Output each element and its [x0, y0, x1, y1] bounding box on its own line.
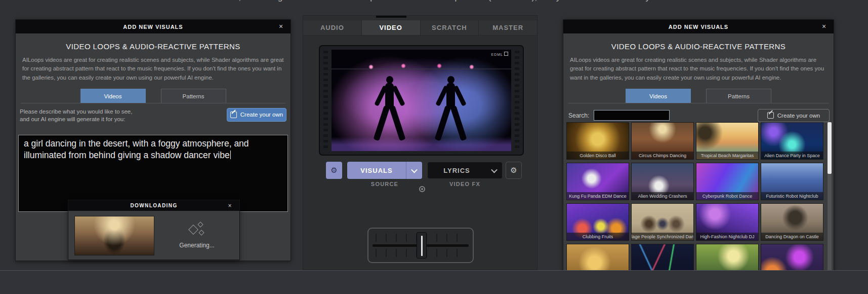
- dialog-title: ADD NEW VISUALS: [669, 24, 728, 30]
- generated-video-thumbnail: [74, 216, 154, 255]
- search-row: Search: Create your own: [568, 109, 830, 123]
- close-icon[interactable]: ×: [276, 22, 285, 31]
- tab-patterns[interactable]: Patterns: [161, 89, 226, 103]
- video-thumbnail[interactable]: [566, 244, 629, 271]
- video-thumbnail[interactable]: [761, 244, 823, 271]
- tab-divider: [568, 103, 829, 103]
- create-your-own-label: Create your own: [777, 113, 820, 119]
- video-thumbnail[interactable]: Village People Synchronized Dance: [631, 203, 694, 241]
- search-label: Search:: [568, 112, 589, 119]
- video-thumbnail[interactable]: [631, 244, 694, 271]
- video-thumbnail[interactable]: Alien Wedding Crashers: [631, 163, 694, 200]
- deck-control-labels: SOURCE VIDEO FX: [303, 181, 537, 189]
- video-thumbnail-label: Alien Dance Party in Space: [761, 152, 823, 159]
- gallery-scrollbar[interactable]: [828, 122, 832, 271]
- gallery-tabs: Videos Patterns: [16, 89, 291, 103]
- video-thumbnail-label: Circus Chimps Dancing: [632, 152, 693, 159]
- crossfader-handle[interactable]: [417, 232, 427, 259]
- video-thumbnail[interactable]: High-Fashion Nightclub DJ: [696, 203, 759, 241]
- video-thumbnail[interactable]: Kung Fu Panda EDM Dance: [566, 163, 629, 200]
- video-thumbnail[interactable]: Golden Disco Ball: [566, 122, 629, 160]
- video-thumbnail-label: Clubbing Fruits: [567, 233, 629, 240]
- video-thumbnail-label: Alien Wedding Crashers: [632, 192, 693, 200]
- gear-icon: ⚙: [330, 166, 337, 175]
- chevron-down-icon: [486, 162, 502, 178]
- video-thumbnail[interactable]: Circus Chimps Dancing: [631, 122, 694, 160]
- pencil-icon: [230, 112, 237, 118]
- dancers-scene: [332, 50, 511, 151]
- text-cursor: [230, 151, 231, 159]
- downloading-title: DOWNLOADING: [130, 203, 177, 208]
- prompt-header-row: Please describe what you would like to s…: [20, 108, 286, 124]
- source-select[interactable]: VISUALS: [347, 162, 422, 179]
- search-input[interactable]: [594, 110, 670, 121]
- dialog-titlebar: ADD NEW VISUALS ×: [16, 20, 291, 33]
- video-fx-label: VIDEO FX: [427, 181, 503, 187]
- downloading-body: Generating...: [68, 211, 239, 255]
- downloading-dialog: DOWNLOADING × Generating...: [68, 200, 240, 260]
- dialog-heading: VIDEO LOOPS & AUDIO-REACTIVE PATTERNS: [16, 42, 291, 51]
- scrollbar-thumb[interactable]: [828, 122, 832, 174]
- gallery-tabs: Videos Patterns: [563, 89, 834, 103]
- prompt-text: a girl dancing in the desert, with a fog…: [24, 138, 249, 160]
- tab-divider: [21, 103, 285, 103]
- source-select-value: VISUALS: [347, 167, 406, 174]
- tab-scratch[interactable]: SCRATCH: [421, 20, 479, 35]
- tab-patterns[interactable]: Patterns: [706, 89, 771, 103]
- pencil-icon: [767, 112, 774, 119]
- video-thumbnail[interactable]: Cyberpunk Robot Dance: [696, 163, 759, 200]
- video-thumbnail-label: Kung Fu Panda EDM Dance: [567, 192, 629, 200]
- dialog-titlebar: ADD NEW VISUALS ×: [563, 20, 834, 33]
- dialog-description: AILoops videos are great for creating re…: [22, 56, 284, 82]
- source-settings-button[interactable]: ⚙: [326, 162, 342, 179]
- gear-icon: ⚙: [510, 166, 517, 175]
- dancer-silhouette: [436, 76, 466, 142]
- add-new-visuals-dialog-left: ADD NEW VISUALS × VIDEO LOOPS & AUDIO-RE…: [15, 19, 291, 261]
- close-icon[interactable]: ×: [819, 22, 829, 31]
- dialog-title: ADD NEW VISUALS: [123, 24, 183, 30]
- video-thumbnail[interactable]: Alien Dance Party in Space: [761, 122, 823, 160]
- dialog-heading: VIDEO LOOPS & AUDIO-REACTIVE PATTERNS: [563, 42, 834, 51]
- video-thumbnail[interactable]: Dancing Dragon on Castle: [761, 203, 823, 241]
- create-your-own-label: Create your own: [240, 112, 283, 118]
- video-thumbnail[interactable]: Futuristic Robot Nightclub: [761, 163, 823, 200]
- create-your-own-button[interactable]: Create your own: [758, 109, 830, 122]
- downloading-titlebar: DOWNLOADING ×: [68, 200, 239, 211]
- close-icon[interactable]: ×: [225, 201, 234, 210]
- video-thumbnail[interactable]: [696, 244, 759, 271]
- film-strip-icon: [323, 51, 328, 150]
- video-deck-panel: AUDIO VIDEO SCRATCH MASTER EDML: [303, 15, 538, 270]
- sparkles-icon: [188, 222, 205, 237]
- create-your-own-button[interactable]: Create your own: [227, 108, 286, 122]
- video-fx-settings-button[interactable]: ⚙: [506, 162, 522, 179]
- source-label: SOURCE: [347, 181, 422, 187]
- video-preview-frame: EDML: [319, 45, 524, 156]
- deck-controls: ⚙ VISUALS LYRICS ⚙: [303, 162, 537, 179]
- video-preview-screen[interactable]: EDML: [332, 50, 511, 151]
- deck-tabs: AUDIO VIDEO SCRATCH MASTER: [303, 20, 537, 35]
- record-dot-icon[interactable]: [419, 186, 425, 192]
- clipped-headline-text: mix video content, with a large selectio…: [152, 0, 714, 3]
- video-thumbnail-label: Golden Disco Ball: [567, 152, 629, 159]
- video-crossfader[interactable]: [367, 228, 474, 263]
- video-thumbnail[interactable]: Tropical Beach Margaritas: [696, 122, 759, 160]
- preview-watermark: EDML: [491, 52, 508, 56]
- video-thumbnail-label: Tropical Beach Margaritas: [696, 152, 758, 159]
- dialog-description: AILoops videos are great for creating re…: [570, 56, 827, 82]
- video-thumbnail-label: Dancing Dragon on Castle: [761, 233, 823, 240]
- video-fx-select-value: LYRICS: [428, 167, 486, 174]
- video-thumbnail[interactable]: Clubbing Fruits: [566, 203, 629, 241]
- tab-videos[interactable]: Videos: [80, 89, 146, 103]
- video-thumbnail-label: Futuristic Robot Nightclub: [761, 192, 823, 200]
- video-fx-select[interactable]: LYRICS: [427, 162, 503, 179]
- tab-video[interactable]: VIDEO: [362, 20, 421, 35]
- video-thumbnail-label: High-Fashion Nightclub DJ: [696, 233, 758, 240]
- dancer-silhouette: [375, 76, 405, 142]
- film-strip-icon: [515, 51, 519, 150]
- generating-label: Generating...: [179, 242, 214, 249]
- add-new-visuals-dialog-right: ADD NEW VISUALS × VIDEO LOOPS & AUDIO-RE…: [563, 19, 834, 274]
- tab-audio[interactable]: AUDIO: [303, 20, 362, 35]
- bottom-strip: [0, 270, 868, 294]
- tab-videos[interactable]: Videos: [626, 89, 691, 103]
- tab-master[interactable]: MASTER: [479, 20, 537, 35]
